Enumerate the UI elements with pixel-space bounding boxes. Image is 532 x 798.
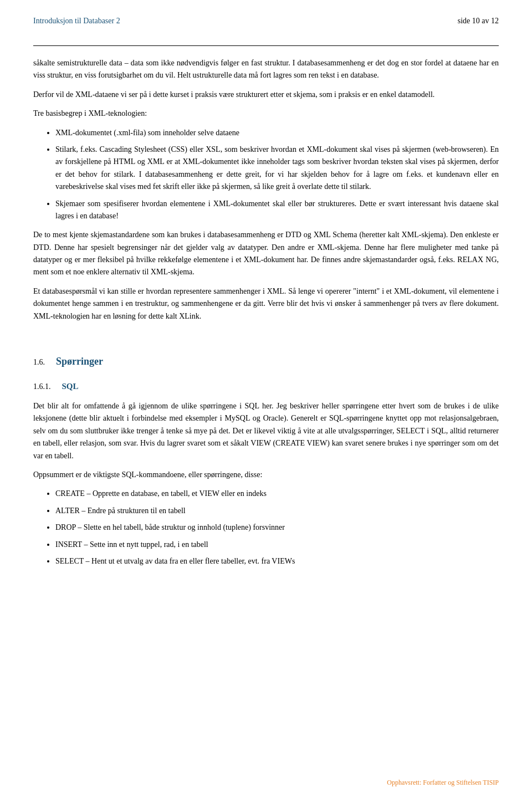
page-footer: Opphavsrett: Forfatter og Stiftelsen TIS… [387,779,499,787]
list-item: INSERT – Sette inn et nytt tuppel, rad, … [55,539,499,551]
page-container: Introduksjon til Databaser 2 side 10 av … [0,0,532,798]
para-sql-1: Det blir alt for omfattende å gå igjenno… [33,400,499,462]
para-intro-1: såkalte semistrukturelle data – data som… [33,57,499,82]
list-item: XML-dokumentet (.xml-fila) som inneholde… [55,127,499,139]
section-16-title: Spørringer [56,356,103,367]
list-item: CREATE – Opprette en database, en tabell… [55,488,499,500]
section-161-number: 1.6.1. [33,382,51,391]
list-item: DROP – Slette en hel tabell, både strukt… [55,521,499,534]
section-16-header: 1.6. Spørringer [33,339,499,373]
header-divider [33,45,499,46]
section-161-title: SQL [62,382,79,391]
page-header: Introduksjon til Databaser 2 side 10 av … [33,17,499,29]
xml-bullet-list: XML-dokumentet (.xml-fila) som inneholde… [55,127,499,223]
header-title: Introduksjon til Databaser 2 [33,17,120,25]
para-mid-1: De to mest kjente skjemastandardene som … [33,229,499,279]
section-161-header: 1.6.1. SQL [33,376,499,397]
list-item: Stilark, f.eks. Cascading Stylesheet (CS… [55,144,499,193]
list-item: ALTER – Endre på strukturen til en tabel… [55,505,499,517]
para-intro-3: Tre basisbegrep i XML-teknologien: [33,108,499,120]
header-page: side 10 av 12 [458,17,499,25]
para-sql-2: Oppsummert er de viktigste SQL-kommandoe… [33,469,499,481]
footer-text: Opphavsrett: Forfatter og Stiftelsen TIS… [387,779,499,786]
sql-bullet-list: CREATE – Opprette en database, en tabell… [55,488,499,567]
list-item: Skjemaer som spesifiserer hvordan elemen… [55,198,499,223]
para-intro-2: Derfor vil de XML-dataene vi ser på i de… [33,89,499,101]
para-mid-2: Et databasespørsmål vi kan stille er hvo… [33,285,499,323]
list-item: SELECT – Hent ut et utvalg av data fra e… [55,555,499,567]
section-16-number: 1.6. [33,358,45,367]
